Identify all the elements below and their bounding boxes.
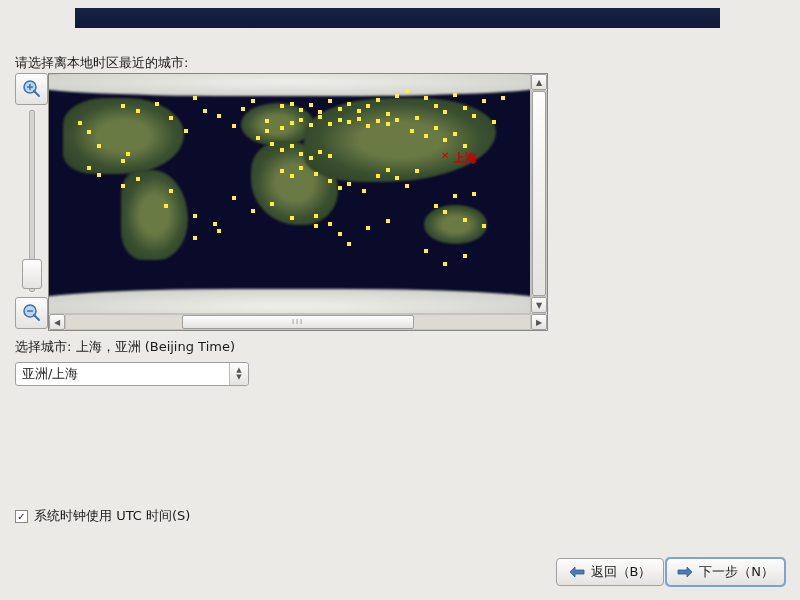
vscroll-track[interactable] [531, 90, 547, 297]
city-dot[interactable] [193, 96, 197, 100]
timezone-combo[interactable]: 亚洲/上海 ▲ ▼ [15, 362, 249, 386]
city-dot[interactable] [256, 136, 260, 140]
city-dot[interactable] [424, 96, 428, 100]
city-dot[interactable] [241, 107, 245, 111]
city-dot[interactable] [338, 107, 342, 111]
city-dot[interactable] [290, 121, 294, 125]
city-dot[interactable] [265, 119, 269, 123]
city-dot[interactable] [443, 210, 447, 214]
city-dot[interactable] [290, 216, 294, 220]
city-dot[interactable] [136, 109, 140, 113]
city-dot[interactable] [434, 126, 438, 130]
city-dot[interactable] [314, 214, 318, 218]
city-dot[interactable] [482, 99, 486, 103]
hscroll-track[interactable]: III [65, 314, 531, 330]
city-dot[interactable] [463, 218, 467, 222]
vertical-scrollbar[interactable]: ▲ ▼ [530, 74, 547, 313]
city-dot[interactable] [290, 144, 294, 148]
city-dot[interactable] [193, 236, 197, 240]
city-dot[interactable] [318, 115, 322, 119]
city-dot[interactable] [338, 118, 342, 122]
city-dot[interactable] [443, 110, 447, 114]
city-dot[interactable] [453, 132, 457, 136]
city-dot[interactable] [121, 104, 125, 108]
city-dot[interactable] [251, 209, 255, 213]
city-dot[interactable] [463, 254, 467, 258]
city-dot[interactable] [309, 156, 313, 160]
city-dot[interactable] [328, 222, 332, 226]
city-dot[interactable] [424, 134, 428, 138]
city-dot[interactable] [169, 116, 173, 120]
city-dot[interactable] [78, 121, 82, 125]
city-dot[interactable] [405, 89, 409, 93]
scroll-left-button[interactable]: ◀ [49, 314, 65, 330]
city-dot[interactable] [376, 174, 380, 178]
city-dot[interactable] [290, 102, 294, 106]
city-dot[interactable] [492, 120, 496, 124]
city-dot[interactable] [357, 117, 361, 121]
city-dot[interactable] [299, 108, 303, 112]
city-dot[interactable] [386, 112, 390, 116]
city-dot[interactable] [318, 110, 322, 114]
city-dot[interactable] [482, 224, 486, 228]
city-dot[interactable] [386, 122, 390, 126]
city-dot[interactable] [357, 109, 361, 113]
scroll-down-button[interactable]: ▼ [531, 297, 547, 313]
city-dot[interactable] [169, 189, 173, 193]
city-dot[interactable] [299, 118, 303, 122]
city-dot[interactable] [415, 116, 419, 120]
city-dot[interactable] [87, 166, 91, 170]
city-dot[interactable] [338, 186, 342, 190]
city-dot[interactable] [318, 150, 322, 154]
city-dot[interactable] [121, 184, 125, 188]
city-dot[interactable] [280, 148, 284, 152]
city-dot[interactable] [87, 130, 91, 134]
city-dot[interactable] [434, 104, 438, 108]
timezone-map[interactable]: 上海 [49, 74, 530, 313]
city-dot[interactable] [328, 122, 332, 126]
city-dot[interactable] [265, 129, 269, 133]
horizontal-scrollbar[interactable]: ◀ III ▶ [49, 313, 547, 330]
city-dot[interactable] [366, 124, 370, 128]
utc-checkbox[interactable]: ✓ [15, 510, 28, 523]
scroll-right-button[interactable]: ▶ [531, 314, 547, 330]
city-dot[interactable] [280, 104, 284, 108]
city-dot[interactable] [472, 114, 476, 118]
city-dot[interactable] [193, 214, 197, 218]
zoom-slider[interactable] [15, 107, 48, 295]
city-dot[interactable] [424, 249, 428, 253]
city-dot[interactable] [443, 138, 447, 142]
city-dot[interactable] [314, 224, 318, 228]
city-dot[interactable] [453, 93, 457, 97]
city-dot[interactable] [366, 226, 370, 230]
back-button[interactable]: 返回（B） [556, 558, 664, 586]
city-dot[interactable] [347, 242, 351, 246]
city-dot[interactable] [395, 176, 399, 180]
city-dot[interactable] [405, 184, 409, 188]
vscroll-thumb[interactable] [532, 91, 546, 296]
city-dot[interactable] [386, 219, 390, 223]
city-dot[interactable] [376, 119, 380, 123]
city-dot[interactable] [121, 159, 125, 163]
city-dot[interactable] [280, 169, 284, 173]
city-dot[interactable] [376, 98, 380, 102]
scroll-up-button[interactable]: ▲ [531, 74, 547, 90]
city-dot[interactable] [366, 104, 370, 108]
city-dot[interactable] [314, 172, 318, 176]
city-dot[interactable] [217, 114, 221, 118]
city-dot[interactable] [395, 94, 399, 98]
city-dot[interactable] [410, 129, 414, 133]
city-dot[interactable] [386, 168, 390, 172]
city-dot[interactable] [299, 152, 303, 156]
city-dot[interactable] [463, 106, 467, 110]
next-button[interactable]: 下一步（N） [666, 558, 785, 586]
city-dot[interactable] [443, 262, 447, 266]
city-dot[interactable] [395, 118, 399, 122]
city-dot[interactable] [217, 229, 221, 233]
city-dot[interactable] [338, 232, 342, 236]
city-dot[interactable] [270, 202, 274, 206]
city-dot[interactable] [347, 120, 351, 124]
zoom-in-button[interactable] [15, 73, 48, 105]
city-dot[interactable] [270, 142, 274, 146]
city-dot[interactable] [280, 126, 284, 130]
